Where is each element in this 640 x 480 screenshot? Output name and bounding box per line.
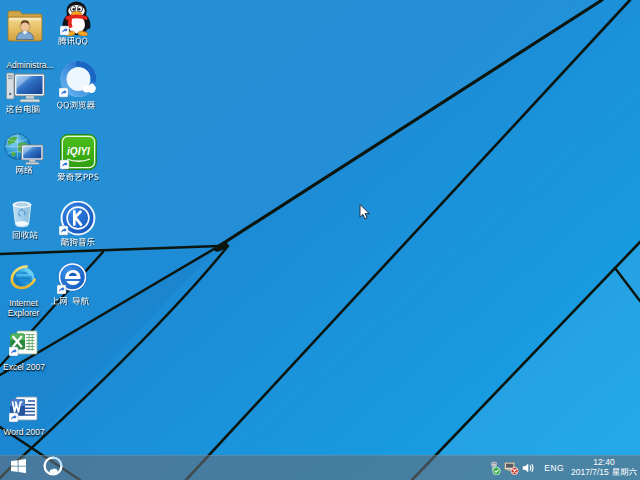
shortcut-arrow-badge (60, 26, 69, 35)
desktop-icon-label: Administra... (6, 60, 53, 70)
desktop-icon-label: 爱奇艺PPS (57, 173, 99, 182)
desktop: Administra... 这台电脑 网络 回收站 Internet Explo… (0, 0, 640, 480)
qq-browser-circle-icon (42, 455, 64, 480)
shortcut-arrow-badge (59, 226, 68, 235)
usb-eject-icon[interactable] (487, 461, 501, 475)
desktop-icon-label: 网络 (15, 166, 32, 175)
qq-penguin-icon (60, 1, 92, 36)
language-indicator[interactable]: ENG (538, 463, 568, 473)
shortcut-arrow-badge (9, 347, 18, 356)
desktop-icon-label: 腾讯QQ (58, 37, 88, 46)
recycle-bin-icon (12, 201, 32, 228)
network-error-icon[interactable] (504, 461, 519, 475)
shortcut-arrow-badge (57, 285, 66, 294)
system-tray: ENG 12:40 2017/7/15星期六 (487, 458, 640, 477)
qq-browser-icon (59, 60, 98, 98)
desktop-icon-label: QQ浏览器 (57, 101, 96, 110)
excel-icon (9, 330, 38, 356)
shortcut-arrow-badge (60, 160, 69, 169)
speaker-icon[interactable] (522, 462, 535, 474)
taskbar-clock[interactable]: 12:40 2017/7/15星期六 (571, 458, 640, 477)
iqiyi-icon: iQIYI (60, 134, 97, 170)
desktop-icon-label: 回收站 (12, 231, 38, 240)
user-folder-icon (6, 7, 44, 44)
internet-explorer-icon (9, 263, 39, 292)
kugou-icon (59, 201, 97, 236)
taskbar-qq-browser-button[interactable] (37, 455, 69, 480)
start-button[interactable] (1, 455, 35, 480)
shortcut-arrow-badge (9, 413, 18, 422)
desktop-icon-label: Excel 2007 (3, 362, 45, 372)
desktop-icon-label: 这台电脑 (6, 105, 40, 114)
network-globe-icon (4, 133, 44, 165)
mouse-cursor-icon (359, 204, 371, 226)
taskbar: ENG 12:40 2017/7/15星期六 (0, 455, 640, 480)
computer-icon (5, 72, 46, 103)
e-navigation-icon (57, 262, 88, 294)
desktop-icon-label: Internet Explorer (0, 298, 54, 318)
windows-logo-icon (11, 459, 26, 477)
clock-date: 2017/7/15星期六 (571, 468, 637, 478)
desktop-icon-label: 酷狗音乐 (61, 238, 95, 247)
shortcut-arrow-badge (59, 88, 68, 97)
svg-text:iQIYI: iQIYI (67, 146, 90, 157)
desktop-icon-label: 上网 导航 (51, 297, 90, 306)
desktop-icon-label: Word 2007 (3, 427, 44, 437)
word-icon (9, 396, 39, 422)
